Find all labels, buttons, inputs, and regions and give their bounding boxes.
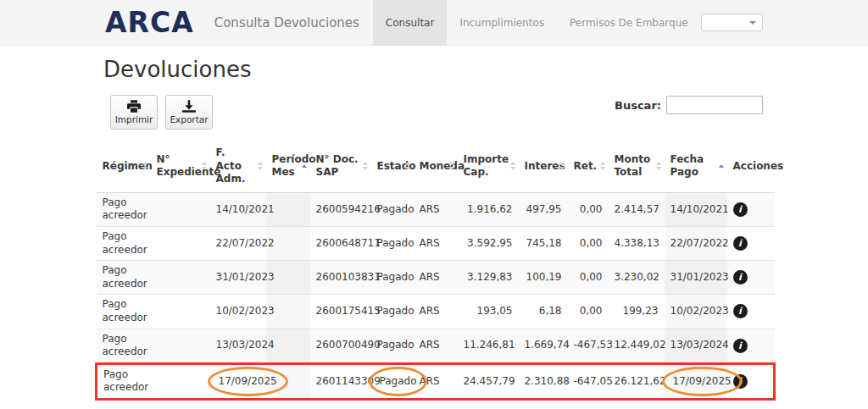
print-button[interactable]: Imprimir [110,95,158,130]
column-label-estado: Estado [377,160,416,172]
column-header-facto[interactable]: F. Acto Adm. [210,141,266,192]
column-header-estado[interactable]: Estado [371,141,414,192]
cell-facto: 31/01/2023 [210,261,266,295]
sort-ascending-icon [302,164,307,168]
info-icon[interactable]: i [733,270,748,285]
toolbar: Imprimir Exportar Buscar: [95,95,773,130]
column-header-ret[interactable]: Ret. [568,141,609,192]
cell-ret: -647,05 [568,363,609,399]
cell-monto: 4.338,13 [609,226,665,260]
cell-estado: Pagado [371,363,414,399]
main-nav: Consultar Incumplimientos Permisos De Em… [373,0,701,46]
cell-regimen: Pago acreedor [97,192,151,226]
column-label-ret: Ret. [574,160,598,172]
cell-importe: 3.129,83 [458,261,519,295]
cell-expediente [151,192,210,226]
column-header-regimen[interactable]: Régimen [97,141,151,192]
cell-doc: 2600648711 [310,226,371,260]
sort-icon [449,162,454,170]
column-header-periodo[interactable]: Período Mes [266,141,310,192]
cell-regimen: Pago acreedor [97,295,151,329]
cell-interes: 745,18 [519,226,568,260]
app-title: Consulta Devoluciones [214,15,359,30]
cell-importe: 193,05 [458,295,519,329]
header-dropdown[interactable] [701,14,763,31]
column-label-importe: Importe Cap. [464,153,509,179]
cell-regimen: Pago acreedor [97,226,151,260]
sort-icon [559,162,565,170]
cell-monto: 3.230,02 [609,261,665,295]
cell-expediente [151,329,210,363]
arca-logo[interactable]: ARCA [95,6,194,39]
export-button[interactable]: Exportar [165,95,213,130]
search-input[interactable] [666,96,763,114]
cell-monto: 2.414,57 [609,192,665,226]
column-header-expediente[interactable]: N° Expediente [151,141,210,192]
column-header-fecha[interactable]: Fecha Pago [665,141,727,192]
cell-regimen: Pago acreedor [97,329,151,363]
cell-doc: 2600594216 [310,192,371,226]
export-button-label: Exportar [170,114,208,124]
cell-fecha: 14/10/2021 [665,192,727,226]
cell-estado: Pagado [371,295,414,329]
topbar-inner: ARCA Consulta Devoluciones Consultar Inc… [95,0,773,45]
cell-moneda: ARS [414,261,458,295]
column-header-importe[interactable]: Importe Cap. [458,141,519,192]
cell-fecha: 13/03/2024 [665,329,727,363]
table-header-row: RégimenN° ExpedienteF. Acto Adm.Período … [97,141,775,192]
print-button-label: Imprimir [115,114,153,124]
cell-acciones: i [727,192,775,226]
table-row: Pago acreedor14/10/20212600594216PagadoA… [97,192,775,226]
cell-facto: 13/03/2024 [210,329,266,363]
info-icon[interactable]: i [733,202,748,217]
annotation-circle: 17/09/2025 [662,367,743,397]
cell-expediente [151,295,210,329]
nav-item-consultar[interactable]: Consultar [373,0,448,46]
cell-importe: 11.246,81 [458,329,519,363]
column-header-interes[interactable]: Interes [519,141,568,192]
info-icon[interactable]: i [733,339,748,353]
nav-item-incumplimientos[interactable]: Incumplimientos [447,0,557,46]
search-label: Buscar: [615,99,661,112]
table-row: Pago acreedor31/01/20232600103831PagadoA… [97,261,775,295]
sort-icon [405,162,410,170]
table-row: Pago acreedor22/07/20222600648711PagadoA… [97,226,775,260]
sort-ascending-icon [719,164,724,168]
cell-monto: 199,23 [609,295,665,329]
chevron-down-icon [749,21,756,25]
cell-importe: 1.916,62 [458,192,519,226]
cell-acciones: i [727,295,775,329]
column-label-acciones: Acciones [733,160,784,172]
cell-moneda: ARS [414,295,458,329]
cell-estado: Pagado [371,192,414,226]
table-row: Pago acreedor10/02/20232600175415PagadoA… [97,295,775,329]
column-header-moneda[interactable]: Moneda [414,141,458,192]
info-icon[interactable]: i [733,236,748,251]
cell-expediente [151,226,210,260]
cell-moneda: ARS [414,226,458,260]
table-row: Pago acreedor13/03/20242600700490PagadoA… [97,329,775,363]
cell-estado: Pagado [371,329,414,363]
column-header-monto[interactable]: Monto Total [609,141,665,192]
cell-facto: 17/09/2025 [210,363,266,399]
info-icon[interactable]: i [733,304,748,318]
cell-doc: 2600700490 [310,329,371,363]
table-body: Pago acreedor14/10/20212600594216PagadoA… [97,192,775,399]
cell-interes: 2.310,88 [519,363,568,399]
nav-item-permisos-de-embarque[interactable]: Permisos De Embarque [557,0,701,46]
cell-expediente [151,261,210,295]
cell-ret: 0,00 [568,295,609,329]
annotation-circle: 17/09/2025 [208,367,288,397]
cell-facto: 14/10/2021 [210,192,266,226]
top-navigation-bar: ARCA Consulta Devoluciones Consultar Inc… [0,0,868,46]
devoluciones-table: RégimenN° ExpedienteF. Acto Adm.Período … [95,141,776,401]
cell-monto: 26.121,62 [609,363,665,399]
column-label-facto: F. Acto Adm. [216,146,246,185]
column-header-doc[interactable]: N° Doc. SAP [310,141,371,192]
cell-estado: Pagado [371,226,414,260]
cell-moneda: ARS [414,329,458,363]
cell-doc: 2600103831 [310,261,371,295]
cell-acciones: i [727,226,775,260]
download-icon [182,100,196,113]
cell-importe: 24.457,79 [458,363,519,399]
